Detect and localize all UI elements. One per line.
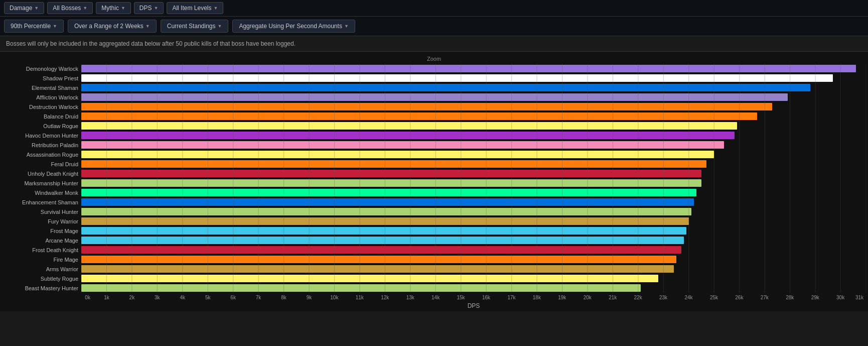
y-label: Frost Death Knight (2, 245, 81, 255)
y-label: Outlaw Rogue (2, 121, 81, 131)
second-toolbar: 90th Percentile ▼ Over a Range of 2 Week… (0, 17, 868, 36)
x-tick: 28k (777, 295, 802, 300)
bar-row (81, 283, 866, 293)
standings-label: Current Standings (167, 23, 216, 30)
bar (81, 84, 810, 91)
bar-row (81, 150, 866, 159)
x-tick: 9k (297, 295, 322, 300)
percentile-label: 90th Percentile (11, 23, 51, 30)
x-tick: 22k (625, 295, 650, 300)
bar-row (81, 169, 866, 178)
bar (81, 132, 735, 139)
bar-row (81, 102, 866, 111)
mythic-btn[interactable]: Mythic ▼ (96, 2, 131, 14)
percentile-btn[interactable]: 90th Percentile ▼ (4, 20, 64, 33)
y-label: Frost Mage (2, 226, 81, 236)
y-label: Feral Druid (2, 159, 81, 169)
bar (81, 74, 833, 82)
x-tick: 11k (347, 295, 372, 300)
all-bosses-chevron: ▼ (83, 6, 87, 11)
item-levels-btn[interactable]: All Item Levels ▼ (167, 2, 223, 14)
x-tick: 24k (676, 295, 701, 300)
bar (81, 198, 694, 206)
y-label: Enhancement Shaman (2, 197, 81, 207)
x-tick: 14k (423, 295, 448, 300)
aggregate-btn[interactable]: Aggregate Using Per Second Amounts ▼ (232, 20, 355, 33)
bar (81, 208, 691, 215)
bar-row (81, 264, 866, 274)
damage-btn[interactable]: Damage ▼ (4, 2, 44, 14)
x-tick: 12k (372, 295, 397, 300)
range-btn[interactable]: Over a Range of 2 Weeks ▼ (68, 20, 157, 33)
y-label: Havoc Demon Hunter (2, 131, 81, 140)
y-label: Fire Mage (2, 255, 81, 264)
bar (81, 189, 696, 196)
all-bosses-btn[interactable]: All Bosses ▼ (47, 2, 93, 14)
bar (81, 93, 788, 101)
y-label: Subtlety Rogue (2, 274, 81, 283)
x-tick: 26k (727, 295, 752, 300)
y-label: Arms Warrior (2, 264, 81, 274)
item-levels-label: All Item Levels (172, 5, 211, 12)
x-tick: 3k (144, 295, 170, 300)
bar (81, 160, 706, 168)
bar-row (81, 245, 866, 255)
y-label: Survival Hunter (2, 207, 81, 216)
x-tick: 16k (474, 295, 499, 300)
damage-label: Damage (10, 5, 32, 12)
bar (81, 256, 676, 263)
aggregate-label: Aggregate Using Per Second Amounts (239, 23, 342, 30)
y-label: Shadow Priest (2, 73, 81, 83)
bar-row (81, 131, 866, 140)
x-axis-label: DPS (81, 302, 866, 309)
x-tick: 29k (802, 295, 827, 300)
bar-row (81, 207, 866, 216)
bar-row (81, 255, 866, 264)
bars-area (81, 64, 866, 293)
x-tick: 1k (94, 295, 119, 300)
bar (81, 217, 689, 225)
bar (81, 65, 856, 72)
standings-btn[interactable]: Current Standings ▼ (161, 20, 229, 33)
bar (81, 265, 674, 273)
x-tick: 4k (170, 295, 195, 300)
x-tick: 5k (195, 295, 220, 300)
x-tick: 2k (119, 295, 144, 300)
damage-chevron: ▼ (34, 6, 39, 11)
zoom-label: Zoom (2, 56, 866, 62)
dps-btn[interactable]: DPS ▼ (134, 2, 164, 14)
chart-container: Zoom Demonology WarlockShadow PriestElem… (0, 52, 868, 311)
bar-row (81, 236, 866, 245)
range-label: Over a Range of 2 Weeks (74, 23, 143, 30)
chart-inner: Demonology WarlockShadow PriestElemental… (2, 64, 866, 293)
mythic-label: Mythic (101, 5, 119, 12)
bar-row (81, 73, 866, 83)
y-label: Windwalker Monk (2, 188, 81, 197)
y-labels: Demonology WarlockShadow PriestElemental… (2, 64, 81, 293)
x-tick: 25k (701, 295, 727, 300)
bar-row (81, 188, 866, 197)
bar-row (81, 216, 866, 226)
bar (81, 284, 641, 292)
info-text: Bosses will only be included in the aggr… (6, 40, 296, 47)
range-chevron: ▼ (146, 24, 150, 29)
info-bar: Bosses will only be included in the aggr… (0, 36, 868, 52)
mythic-chevron: ▼ (121, 6, 125, 11)
bar-row (81, 274, 866, 283)
bar (81, 141, 724, 149)
top-nav: Damage ▼ All Bosses ▼ Mythic ▼ DPS ▼ All… (0, 0, 868, 17)
y-label: Assassination Rogue (2, 150, 81, 159)
bar-row (81, 226, 866, 236)
y-label: Fury Warrior (2, 216, 81, 226)
standings-chevron: ▼ (218, 24, 222, 29)
bar-row (81, 140, 866, 150)
y-label: Retribution Paladin (2, 140, 81, 150)
bar (81, 151, 714, 158)
x-tick: 31k (853, 295, 865, 300)
x-tick: 20k (575, 295, 600, 300)
y-label: Unholy Death Knight (2, 169, 81, 178)
x-tick: 6k (220, 295, 245, 300)
y-label: Arcane Mage (2, 236, 81, 245)
x-tick: 7k (246, 295, 271, 300)
y-label: Balance Druid (2, 111, 81, 121)
